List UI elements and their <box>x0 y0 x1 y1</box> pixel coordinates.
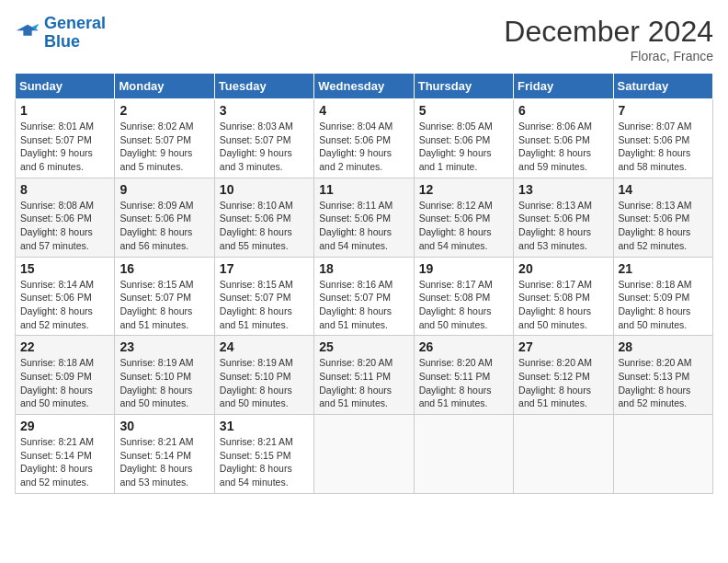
calendar-cell: 21 Sunrise: 8:18 AM Sunset: 5:09 PM Dayl… <box>613 257 712 336</box>
calendar-cell <box>514 415 613 494</box>
day-info: Sunrise: 8:20 AM Sunset: 5:11 PM Dayligh… <box>419 356 508 410</box>
day-info: Sunrise: 8:15 AM Sunset: 5:07 PM Dayligh… <box>119 278 209 332</box>
calendar-cell: 18 Sunrise: 8:16 AM Sunset: 5:07 PM Dayl… <box>314 257 414 336</box>
calendar-cell: 13 Sunrise: 8:13 AM Sunset: 5:06 PM Dayl… <box>514 178 613 257</box>
logo: General Blue <box>15 15 106 52</box>
weekday-header: Sunday <box>16 74 115 99</box>
day-info: Sunrise: 8:11 AM Sunset: 5:06 PM Dayligh… <box>319 199 408 253</box>
day-info: Sunrise: 8:16 AM Sunset: 5:07 PM Dayligh… <box>319 278 408 332</box>
calendar-table: SundayMondayTuesdayWednesdayThursdayFrid… <box>15 73 713 494</box>
logo-icon <box>15 20 40 46</box>
day-info: Sunrise: 8:19 AM Sunset: 5:10 PM Dayligh… <box>119 356 209 410</box>
day-number: 4 <box>319 103 408 118</box>
calendar-cell: 10 Sunrise: 8:10 AM Sunset: 5:06 PM Dayl… <box>214 178 313 257</box>
calendar-cell: 23 Sunrise: 8:19 AM Sunset: 5:10 PM Dayl… <box>115 336 214 415</box>
day-number: 20 <box>518 261 608 276</box>
day-info: Sunrise: 8:13 AM Sunset: 5:06 PM Dayligh… <box>619 199 708 253</box>
calendar-cell: 17 Sunrise: 8:15 AM Sunset: 5:07 PM Dayl… <box>214 257 313 336</box>
calendar-cell: 24 Sunrise: 8:19 AM Sunset: 5:10 PM Dayl… <box>214 336 313 415</box>
weekday-header: Friday <box>514 74 613 99</box>
day-info: Sunrise: 8:19 AM Sunset: 5:10 PM Dayligh… <box>220 356 309 410</box>
calendar-cell: 29 Sunrise: 8:21 AM Sunset: 5:14 PM Dayl… <box>16 415 115 494</box>
calendar-cell: 9 Sunrise: 8:09 AM Sunset: 5:06 PM Dayli… <box>115 178 214 257</box>
day-number: 29 <box>20 419 109 433</box>
calendar-cell: 20 Sunrise: 8:17 AM Sunset: 5:08 PM Dayl… <box>514 257 613 336</box>
calendar-cell: 6 Sunrise: 8:06 AM Sunset: 5:06 PM Dayli… <box>514 99 613 178</box>
day-info: Sunrise: 8:20 AM Sunset: 5:12 PM Dayligh… <box>518 356 608 410</box>
day-number: 21 <box>619 261 708 276</box>
day-info: Sunrise: 8:04 AM Sunset: 5:06 PM Dayligh… <box>319 120 408 174</box>
day-info: Sunrise: 8:05 AM Sunset: 5:06 PM Dayligh… <box>419 120 508 174</box>
day-info: Sunrise: 8:18 AM Sunset: 5:09 PM Dayligh… <box>619 278 708 332</box>
day-number: 17 <box>220 261 309 276</box>
weekday-header: Thursday <box>414 74 513 99</box>
day-info: Sunrise: 8:12 AM Sunset: 5:06 PM Dayligh… <box>419 199 508 253</box>
day-number: 25 <box>319 339 408 354</box>
day-info: Sunrise: 8:06 AM Sunset: 5:06 PM Dayligh… <box>518 120 608 174</box>
day-info: Sunrise: 8:10 AM Sunset: 5:06 PM Dayligh… <box>220 199 309 253</box>
calendar-cell: 4 Sunrise: 8:04 AM Sunset: 5:06 PM Dayli… <box>314 99 414 178</box>
day-number: 7 <box>619 103 708 118</box>
day-number: 30 <box>119 419 209 433</box>
calendar-cell: 27 Sunrise: 8:20 AM Sunset: 5:12 PM Dayl… <box>514 336 613 415</box>
day-info: Sunrise: 8:08 AM Sunset: 5:06 PM Dayligh… <box>20 199 109 253</box>
calendar-cell: 1 Sunrise: 8:01 AM Sunset: 5:07 PM Dayli… <box>16 99 115 178</box>
calendar-cell: 8 Sunrise: 8:08 AM Sunset: 5:06 PM Dayli… <box>16 178 115 257</box>
header: General Blue December 2024 Florac, Franc… <box>15 15 713 63</box>
day-info: Sunrise: 8:14 AM Sunset: 5:06 PM Dayligh… <box>20 278 109 332</box>
title-area: December 2024 Florac, France <box>504 15 713 63</box>
day-number: 15 <box>20 261 109 276</box>
calendar-cell <box>613 415 712 494</box>
day-number: 2 <box>119 103 209 118</box>
calendar-cell: 30 Sunrise: 8:21 AM Sunset: 5:14 PM Dayl… <box>115 415 214 494</box>
calendar-cell <box>414 415 513 494</box>
calendar-cell: 31 Sunrise: 8:21 AM Sunset: 5:15 PM Dayl… <box>214 415 313 494</box>
day-number: 10 <box>220 182 309 197</box>
calendar-cell: 25 Sunrise: 8:20 AM Sunset: 5:11 PM Dayl… <box>314 336 414 415</box>
day-info: Sunrise: 8:18 AM Sunset: 5:09 PM Dayligh… <box>20 356 109 410</box>
calendar-week-row: 29 Sunrise: 8:21 AM Sunset: 5:14 PM Dayl… <box>16 415 713 494</box>
day-number: 1 <box>20 103 109 118</box>
calendar-cell: 28 Sunrise: 8:20 AM Sunset: 5:13 PM Dayl… <box>613 336 712 415</box>
day-number: 28 <box>619 339 708 354</box>
day-info: Sunrise: 8:20 AM Sunset: 5:11 PM Dayligh… <box>319 356 408 410</box>
day-info: Sunrise: 8:15 AM Sunset: 5:07 PM Dayligh… <box>220 278 309 332</box>
day-info: Sunrise: 8:02 AM Sunset: 5:07 PM Dayligh… <box>119 120 209 174</box>
day-number: 5 <box>419 103 508 118</box>
day-info: Sunrise: 8:21 AM Sunset: 5:14 PM Dayligh… <box>119 435 209 489</box>
day-info: Sunrise: 8:07 AM Sunset: 5:06 PM Dayligh… <box>619 120 708 174</box>
day-info: Sunrise: 8:17 AM Sunset: 5:08 PM Dayligh… <box>419 278 508 332</box>
calendar-cell: 19 Sunrise: 8:17 AM Sunset: 5:08 PM Dayl… <box>414 257 513 336</box>
month-title: December 2024 <box>504 15 713 49</box>
day-number: 6 <box>518 103 608 118</box>
day-number: 18 <box>319 261 408 276</box>
day-number: 24 <box>220 339 309 354</box>
calendar-cell: 12 Sunrise: 8:12 AM Sunset: 5:06 PM Dayl… <box>414 178 513 257</box>
day-number: 31 <box>220 419 309 433</box>
weekday-header: Wednesday <box>314 74 414 99</box>
calendar-cell: 16 Sunrise: 8:15 AM Sunset: 5:07 PM Dayl… <box>115 257 214 336</box>
calendar-cell: 2 Sunrise: 8:02 AM Sunset: 5:07 PM Dayli… <box>115 99 214 178</box>
calendar-cell: 3 Sunrise: 8:03 AM Sunset: 5:07 PM Dayli… <box>214 99 313 178</box>
day-number: 3 <box>220 103 309 118</box>
day-info: Sunrise: 8:09 AM Sunset: 5:06 PM Dayligh… <box>119 199 209 253</box>
calendar-cell: 15 Sunrise: 8:14 AM Sunset: 5:06 PM Dayl… <box>16 257 115 336</box>
day-info: Sunrise: 8:20 AM Sunset: 5:13 PM Dayligh… <box>619 356 708 410</box>
day-number: 22 <box>20 339 109 354</box>
day-number: 8 <box>20 182 109 197</box>
day-number: 27 <box>518 339 608 354</box>
day-info: Sunrise: 8:01 AM Sunset: 5:07 PM Dayligh… <box>20 120 109 174</box>
day-number: 26 <box>419 339 508 354</box>
day-number: 19 <box>419 261 508 276</box>
logo-text: General <box>44 15 106 33</box>
weekday-header: Tuesday <box>214 74 313 99</box>
calendar-cell: 5 Sunrise: 8:05 AM Sunset: 5:06 PM Dayli… <box>414 99 513 178</box>
calendar-cell: 7 Sunrise: 8:07 AM Sunset: 5:06 PM Dayli… <box>613 99 712 178</box>
calendar-week-row: 22 Sunrise: 8:18 AM Sunset: 5:09 PM Dayl… <box>16 336 713 415</box>
calendar-cell: 22 Sunrise: 8:18 AM Sunset: 5:09 PM Dayl… <box>16 336 115 415</box>
calendar-week-row: 15 Sunrise: 8:14 AM Sunset: 5:06 PM Dayl… <box>16 257 713 336</box>
day-info: Sunrise: 8:13 AM Sunset: 5:06 PM Dayligh… <box>518 199 608 253</box>
calendar-cell: 14 Sunrise: 8:13 AM Sunset: 5:06 PM Dayl… <box>613 178 712 257</box>
calendar-week-row: 1 Sunrise: 8:01 AM Sunset: 5:07 PM Dayli… <box>16 99 713 178</box>
day-number: 9 <box>119 182 209 197</box>
